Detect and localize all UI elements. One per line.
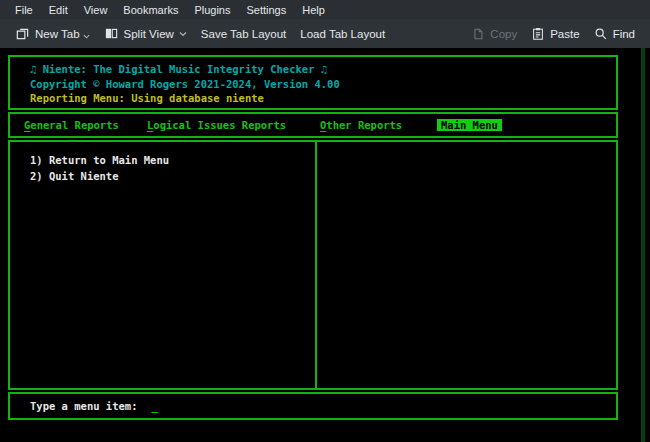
find-icon: [594, 27, 608, 41]
menu-file[interactable]: File: [8, 2, 40, 18]
menu-content-panel: 1) Return to Main Menu 2) Quit Niente: [8, 140, 618, 390]
split-view-icon: [104, 26, 119, 41]
new-tab-caret-icon: [83, 34, 90, 39]
paste-icon: [531, 27, 545, 41]
app-toolbar: New Tab Split View Save Tab Layout Load …: [0, 19, 650, 48]
prompt-panel: Type a menu item: _: [8, 392, 618, 420]
pane-divider: [315, 142, 317, 388]
report-menu-bar: General Reports Logical Issues Reports O…: [8, 112, 618, 138]
text-cursor[interactable]: _: [151, 400, 157, 412]
split-view-label: Split View: [124, 28, 174, 40]
split-view-caret-icon: [179, 31, 187, 37]
copy-button[interactable]: Copy: [464, 23, 524, 45]
save-tab-layout-button[interactable]: Save Tab Layout: [194, 24, 293, 44]
new-tab-label: New Tab: [35, 28, 80, 40]
terminal-view[interactable]: ♫ Niente: The Digital Music Integrity Ch…: [0, 48, 650, 442]
copy-label: Copy: [490, 28, 517, 40]
new-tab-button[interactable]: New Tab: [8, 22, 97, 45]
menu-plugins[interactable]: Plugins: [187, 2, 237, 18]
terminal-scrollbar[interactable]: [641, 48, 645, 442]
app-copyright: Copyright © Howard Rogers 2021-2024, Ver…: [30, 77, 616, 92]
menu-entry-label: ain Menu: [447, 119, 498, 131]
menu-option-quit-niente[interactable]: 2) Quit Niente: [30, 168, 616, 184]
app-menubar: File Edit View Bookmarks Plugins Setting…: [0, 0, 650, 19]
load-tab-layout-label: Load Tab Layout: [300, 28, 385, 40]
menu-edit[interactable]: Edit: [42, 2, 75, 18]
menu-option-list: 1) Return to Main Menu 2) Quit Niente: [10, 142, 616, 184]
menu-view[interactable]: View: [77, 2, 115, 18]
menu-entry-label: ther Reports: [326, 119, 402, 131]
copy-icon: [471, 27, 485, 41]
split-view-button[interactable]: Split View: [97, 22, 194, 45]
menu-entry-general-reports[interactable]: General Reports: [24, 119, 119, 131]
menu-entry-logical-issues-reports[interactable]: Logical Issues Reports: [147, 119, 286, 131]
new-tab-icon: [15, 26, 30, 41]
load-tab-layout-button[interactable]: Load Tab Layout: [293, 24, 392, 44]
paste-label: Paste: [550, 28, 579, 40]
menu-entry-main-menu[interactable]: Main Menu: [437, 119, 502, 131]
app-status-line: Reporting Menu: Using database niente: [30, 91, 616, 106]
find-label: Find: [613, 28, 635, 40]
menu-settings[interactable]: Settings: [239, 2, 293, 18]
app-title: ♫ Niente: The Digital Music Integrity Ch…: [30, 62, 616, 77]
menu-entry-label: eneral Reports: [30, 119, 119, 131]
find-button[interactable]: Find: [587, 23, 642, 45]
save-tab-layout-label: Save Tab Layout: [201, 28, 286, 40]
menu-bookmarks[interactable]: Bookmarks: [116, 2, 185, 18]
menu-help[interactable]: Help: [295, 2, 332, 18]
prompt-label: Type a menu item:: [30, 400, 137, 412]
menu-option-return-to-main-menu[interactable]: 1) Return to Main Menu: [30, 152, 616, 168]
menu-entry-other-reports[interactable]: Other Reports: [320, 119, 402, 131]
menu-entry-label: ogical Issues Reports: [153, 119, 286, 131]
app-header-panel: ♫ Niente: The Digital Music Integrity Ch…: [8, 55, 618, 110]
paste-button[interactable]: Paste: [524, 23, 586, 45]
